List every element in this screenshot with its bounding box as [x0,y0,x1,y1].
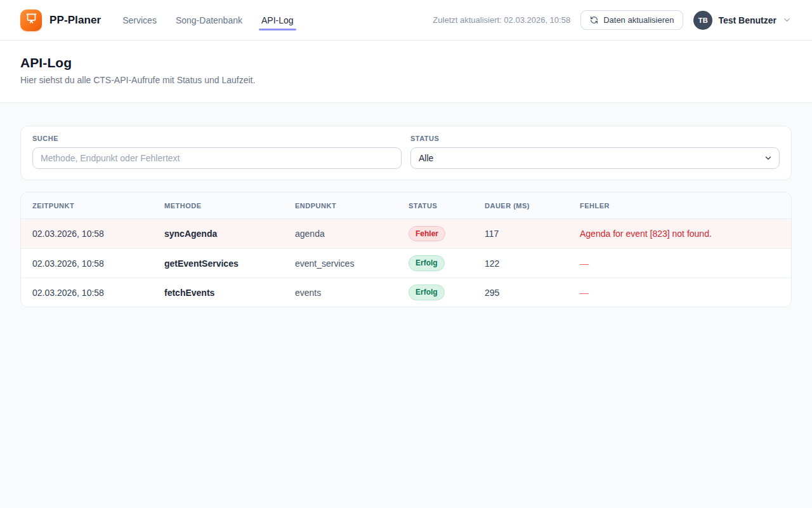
cell-methode: syncAgenda [164,229,295,239]
search-input[interactable] [32,147,402,169]
cell-zeitpunkt: 02.03.2026, 10:58 [32,258,164,269]
page-title: API-Log [20,55,792,70]
cell-endpunkt: events [295,288,409,298]
cell-fehler: Agenda for event [823] not found. [580,229,780,239]
column-header-status: Status [409,202,485,210]
refresh-data-button[interactable]: Daten aktualisieren [580,10,683,30]
chevron-down-icon [782,15,792,25]
nav-item-api-log[interactable]: API-Log [260,11,295,29]
last-updated-label: Zuletzt aktualisiert: 02.03.2026, 10:58 [433,15,570,25]
table-header-row: Zeitpunkt Methode Endpunkt Status Dauer … [21,192,791,219]
cell-dauer: 122 [485,258,580,269]
top-bar: PP-Planer Services Song-Datenbank API-Lo… [0,0,812,41]
cell-methode: getEventServices [164,258,295,269]
table-row: 02.03.2026, 10:58 syncAgenda agenda Fehl… [21,219,791,248]
status-label: Status [410,135,780,142]
cell-fehler: — [580,288,780,298]
user-name: Test Benutzer [718,15,776,25]
refresh-button-label: Daten aktualisieren [603,15,674,25]
brand: PP-Planer [20,10,101,31]
cell-endpunkt: event_services [295,258,409,269]
api-log-table: Zeitpunkt Methode Endpunkt Status Dauer … [20,192,792,307]
main-content: Suche Status Alle Zeitpunkt Methode Endp… [0,103,812,330]
filter-card: Suche Status Alle [20,126,792,180]
brand-name: PP-Planer [49,14,101,27]
cell-status: Erfolg [409,255,485,271]
page-header: API-Log Hier siehst du alle CTS-API-Aufr… [0,41,812,103]
column-header-endpunkt: Endpunkt [295,202,409,210]
table-row: 02.03.2026, 10:58 fetchEvents events Erf… [21,277,791,307]
status-badge: Erfolg [409,255,445,271]
cell-methode: fetchEvents [164,288,295,298]
cell-zeitpunkt: 02.03.2026, 10:58 [32,288,164,298]
status-badge: Erfolg [409,284,445,300]
avatar: TB [693,11,712,30]
search-label: Suche [32,135,402,142]
nav-item-services[interactable]: Services [121,11,158,29]
cell-fehler: — [580,258,780,269]
user-menu[interactable]: TB Test Benutzer [693,11,792,30]
main-nav: Services Song-Datenbank API-Log [121,11,294,29]
cell-dauer: 295 [485,288,580,298]
app-logo [20,10,42,31]
table-row: 02.03.2026, 10:58 getEventServices event… [21,248,791,277]
column-header-fehler: Fehler [580,202,780,210]
cell-status: Erfolg [409,284,485,300]
column-header-dauer: Dauer (ms) [485,202,580,210]
refresh-icon [590,16,598,24]
cell-zeitpunkt: 02.03.2026, 10:58 [32,229,164,239]
status-field-group: Status Alle [410,135,780,169]
presentation-icon [25,13,37,27]
search-field-group: Suche [32,135,402,169]
column-header-methode: Methode [164,202,295,210]
cell-dauer: 117 [485,229,580,239]
status-select[interactable]: Alle [410,147,780,169]
page-subtitle: Hier siehst du alle CTS-API-Aufrufe mit … [20,75,792,85]
column-header-zeitpunkt: Zeitpunkt [32,202,164,210]
status-badge: Fehler [409,226,445,241]
nav-item-song-datenbank[interactable]: Song-Datenbank [174,11,244,29]
cell-endpunkt: agenda [295,229,409,239]
cell-status: Fehler [409,226,485,241]
table-body: 02.03.2026, 10:58 syncAgenda agenda Fehl… [21,219,791,307]
